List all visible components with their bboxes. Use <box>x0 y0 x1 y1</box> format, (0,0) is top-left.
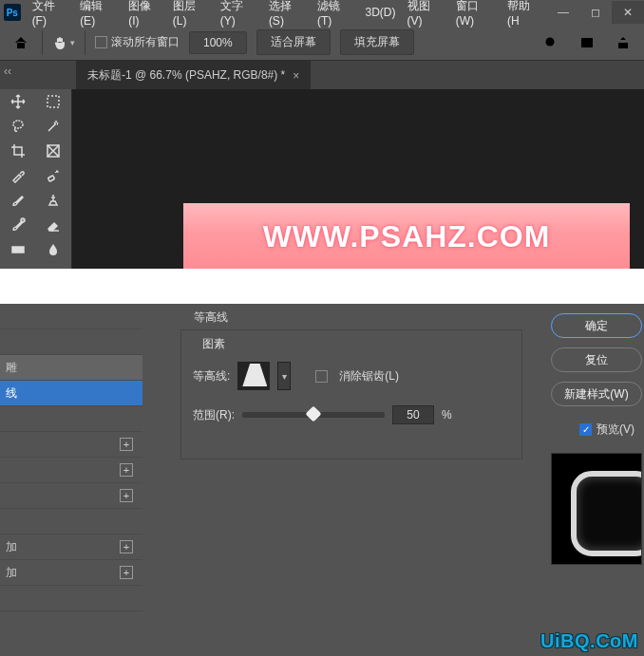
layer-style-dialog: 雕线+++加+加+ 等高线 图素 等高线: ▾ 消除锯齿(L) 范围(R): 5… <box>0 304 644 656</box>
menu-layer[interactable]: 图层(L) <box>167 0 215 28</box>
menu-edit[interactable]: 编辑(E) <box>74 0 123 28</box>
style-list-item[interactable] <box>0 329 142 355</box>
antialias-label: 消除锯齿(L) <box>339 368 399 384</box>
menu-help[interactable]: 帮助(H <box>502 0 547 28</box>
preview-checkbox[interactable]: ✓ <box>579 423 592 436</box>
document-tab-bar: 未标题-1 @ 66.7% (PSAHZ, RGB/8#) * × <box>0 61 644 89</box>
document-tab[interactable]: 未标题-1 @ 66.7% (PSAHZ, RGB/8#) * × <box>76 60 311 89</box>
tools-panel <box>0 89 72 269</box>
contour-label: 等高线: <box>193 368 230 384</box>
ps-logo-icon: Ps <box>4 4 21 21</box>
clone-stamp-tool-icon[interactable] <box>36 188 72 213</box>
svg-rect-6 <box>48 176 55 181</box>
healing-brush-tool-icon[interactable] <box>36 163 72 188</box>
brush-tool-icon[interactable] <box>0 188 36 213</box>
style-list-item[interactable]: + <box>0 458 142 483</box>
new-style-button[interactable]: 新建样式(W) <box>551 382 642 406</box>
menu-view[interactable]: 视图(V) <box>402 0 450 28</box>
canvas-area[interactable]: WWW.PSAHZ.COM <box>72 89 644 269</box>
elements-subtitle: 图素 <box>202 336 510 352</box>
menu-bar: Ps 文件(F) 编辑(E) 图像(I) 图层(L) 文字(Y) 选择(S) 滤… <box>0 0 644 25</box>
style-list-item[interactable]: 线 <box>0 381 142 406</box>
svg-rect-3 <box>47 96 59 107</box>
style-item-label: 线 <box>6 385 17 402</box>
menu-file[interactable]: 文件(F) <box>27 0 75 28</box>
menu-3d[interactable]: 3D(D) <box>360 6 402 19</box>
menu-select[interactable]: 选择(S) <box>263 0 312 28</box>
contour-group-title: 等高线 <box>180 304 532 328</box>
style-list-item[interactable] <box>0 406 142 432</box>
style-list-item[interactable]: + <box>0 432 142 458</box>
svg-point-4 <box>13 121 23 128</box>
history-brush-tool-icon[interactable] <box>0 213 36 237</box>
add-effect-icon[interactable]: + <box>120 438 133 451</box>
lasso-tool-icon[interactable] <box>0 114 36 139</box>
style-list-item[interactable]: 加+ <box>0 560 142 586</box>
scroll-all-windows-checkbox[interactable]: 滚动所有窗口 <box>95 34 180 50</box>
style-list: 雕线+++加+加+ <box>0 304 142 656</box>
range-value-field[interactable]: 50 <box>392 405 434 424</box>
eraser-tool-icon[interactable] <box>36 213 72 237</box>
style-list-item[interactable] <box>0 304 142 329</box>
style-list-item[interactable]: 加+ <box>0 534 142 560</box>
svg-rect-8 <box>12 247 24 253</box>
panel-expand-icon[interactable]: ‹‹ <box>4 65 11 78</box>
menu-window[interactable]: 窗口(W) <box>450 0 502 28</box>
site-watermark: UiBQ.CoM <box>540 630 638 652</box>
fill-screen-button[interactable]: 填充屏幕 <box>340 29 414 55</box>
magic-wand-tool-icon[interactable] <box>36 114 72 139</box>
cancel-button[interactable]: 复位 <box>551 347 642 372</box>
menu-image[interactable]: 图像(I) <box>123 0 167 28</box>
add-effect-icon[interactable]: + <box>120 489 133 502</box>
range-unit: % <box>442 408 452 422</box>
contour-group-box: 图素 等高线: ▾ 消除锯齿(L) 范围(R): 50 % <box>180 329 522 459</box>
style-list-item[interactable]: 雕 <box>0 355 142 381</box>
blur-tool-icon[interactable] <box>36 237 72 262</box>
canvas-content: WWW.PSAHZ.COM <box>183 203 630 269</box>
home-icon[interactable] <box>9 31 32 54</box>
move-tool-icon[interactable] <box>0 89 36 114</box>
options-bar: ▾ 滚动所有窗口 100% 适合屏幕 填充屏幕 <box>0 25 644 61</box>
zoom-level-button[interactable]: 100% <box>189 31 247 54</box>
svg-point-0 <box>546 37 555 46</box>
style-item-label: 雕 <box>6 360 17 376</box>
marquee-tool-icon[interactable] <box>36 89 72 114</box>
frame-tool-icon[interactable] <box>36 139 72 163</box>
crop-tool-icon[interactable] <box>0 139 36 163</box>
contour-preset-picker[interactable] <box>237 362 270 390</box>
style-list-item[interactable] <box>0 509 142 534</box>
style-list-item[interactable]: + <box>0 483 142 509</box>
style-preview-thumbnail <box>551 453 642 565</box>
window-minimize-button[interactable]: — <box>547 1 579 24</box>
close-tab-icon[interactable]: × <box>293 69 299 83</box>
search-icon[interactable] <box>540 31 562 54</box>
add-effect-icon[interactable]: + <box>120 463 133 477</box>
canvas-watermark-text: WWW.PSAHZ.COM <box>263 219 551 254</box>
menu-type[interactable]: 文字(Y) <box>215 0 263 28</box>
add-effect-icon[interactable]: + <box>120 540 133 553</box>
range-slider[interactable] <box>242 412 385 418</box>
window-close-button[interactable]: ✕ <box>612 1 644 24</box>
hand-tool-icon[interactable]: ▾ <box>52 31 75 54</box>
menu-filter[interactable]: 滤镜(T) <box>312 0 360 28</box>
eyedropper-tool-icon[interactable] <box>0 163 36 188</box>
style-list-item[interactable] <box>0 586 142 611</box>
style-item-label: 加 <box>6 539 17 555</box>
preview-label: 预览(V) <box>597 422 635 438</box>
add-effect-icon[interactable]: + <box>120 566 133 579</box>
share-icon[interactable] <box>612 31 635 54</box>
window-maximize-button[interactable]: ◻ <box>579 1 612 24</box>
fit-screen-button[interactable]: 适合屏幕 <box>256 29 331 55</box>
workspace-icon[interactable] <box>576 31 598 54</box>
antialias-checkbox[interactable] <box>315 370 328 383</box>
range-label: 范围(R): <box>193 407 235 423</box>
gradient-tool-icon[interactable] <box>0 237 36 262</box>
svg-rect-1 <box>581 38 593 47</box>
contour-dropdown-icon[interactable]: ▾ <box>277 362 291 390</box>
style-item-label: 加 <box>6 565 17 581</box>
document-tab-title: 未标题-1 @ 66.7% (PSAHZ, RGB/8#) * <box>87 67 285 84</box>
ok-button[interactable]: 确定 <box>551 313 642 338</box>
